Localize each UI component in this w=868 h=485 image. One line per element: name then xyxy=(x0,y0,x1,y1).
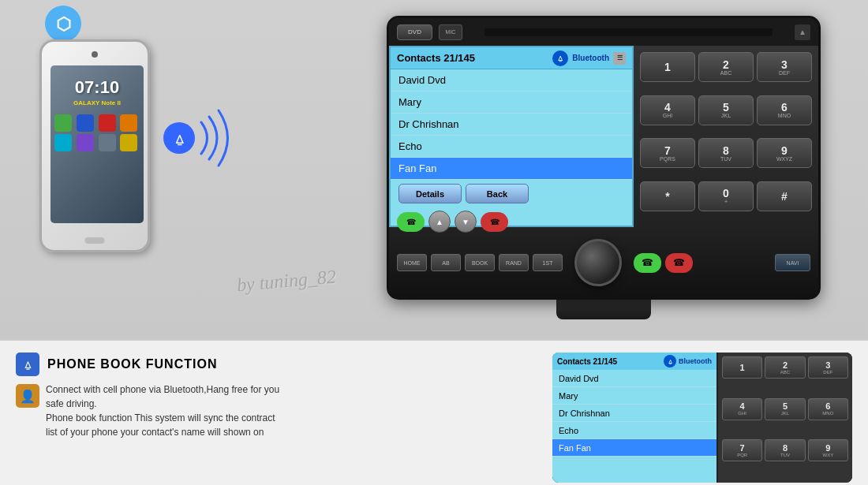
contact-mary[interactable]: Mary xyxy=(391,91,632,114)
key-4[interactable]: 4GHI xyxy=(640,95,695,125)
key-hash[interactable]: # xyxy=(757,181,812,211)
phonebook-text-line3: Phone book function This system will syn… xyxy=(46,411,279,425)
unit-stand xyxy=(556,300,651,319)
svg-text:⬡: ⬡ xyxy=(56,14,71,34)
unit-bottom-controls: HOME AB BOOK RAND 1ST ☎ ☎ NAVI xyxy=(389,227,818,298)
unit-screen-area: Contacts 21/145 ⍙ Bluetooth ☰ David Dvd … xyxy=(389,46,818,227)
call-accept-ctrl[interactable]: ☎ xyxy=(634,253,661,273)
svg-text:⍙: ⍙ xyxy=(175,131,184,147)
details-button[interactable]: Details xyxy=(398,184,462,203)
key-2[interactable]: 2ABC xyxy=(698,52,754,82)
rand-ctrl-button[interactable]: RAND xyxy=(499,254,529,271)
contact-david[interactable]: David Dvd xyxy=(391,69,632,91)
phone-time: 07:10 xyxy=(75,77,119,98)
book-ctrl-button[interactable]: BOOK xyxy=(465,254,495,271)
phonebook-text-line1: Connect with cell phone via Bluetooth,Ha… xyxy=(46,382,279,397)
mini-unit-display: Contacts 21/145 ⍙ Bluetooth David Dvd Ma… xyxy=(552,353,852,483)
bluetooth-signal-area: ⍙ xyxy=(162,103,256,177)
mini-keypad: 1 2ABC 3DEF 4GHI 5JKL 6MNO 7PQR 8TUV 9WX… xyxy=(718,353,852,483)
key-3[interactable]: 3DEF xyxy=(757,52,812,82)
call-buttons-row: ☎ ▲ ▼ ☎ xyxy=(391,207,632,236)
mini-key-5[interactable]: 5JKL xyxy=(765,398,805,420)
back-button[interactable]: Back xyxy=(466,184,529,203)
phonebook-title: PHONE BOOK FUNCTION xyxy=(47,357,217,371)
mini-key-7[interactable]: 7PQR xyxy=(722,439,762,461)
mic-indicator: MIC xyxy=(439,24,462,40)
phone-home-button[interactable] xyxy=(85,237,105,244)
contact-fan-fan[interactable]: Fan Fan xyxy=(391,158,632,180)
phone-image: 07:10 GALAXY Note II xyxy=(39,39,162,268)
phone-screen: 07:10 GALAXY Note II xyxy=(51,65,144,223)
mini-bluetooth-label: Bluetooth xyxy=(679,357,712,365)
key-7[interactable]: 7PQRS xyxy=(640,138,695,168)
contacts-screen: Contacts 21/145 ⍙ Bluetooth ☰ David Dvd … xyxy=(389,46,634,227)
mini-unit: Contacts 21/145 ⍙ Bluetooth David Dvd Ma… xyxy=(552,353,852,483)
mini-contact-mary[interactable]: Mary xyxy=(552,387,716,405)
disc-slot xyxy=(485,28,773,36)
mini-contact-fan-fan[interactable]: Fan Fan xyxy=(552,439,716,457)
key-8[interactable]: 8TUV xyxy=(698,138,754,168)
mini-contacts-title: Contacts 21/145 xyxy=(557,357,617,366)
mini-contact-david[interactable]: David Dvd xyxy=(552,370,716,387)
bluetooth-icon-bottom: ⍙ xyxy=(16,353,39,376)
person-icon: 👤 xyxy=(16,384,39,408)
mini-key-6[interactable]: 6MNO xyxy=(808,398,848,420)
mini-key-3[interactable]: 3DEF xyxy=(808,356,848,379)
phonebook-description: ⍙ PHONE BOOK FUNCTION 👤 Connect with cel… xyxy=(16,353,537,439)
settings-icon[interactable]: ☰ xyxy=(613,52,626,65)
app-icon-messages xyxy=(77,114,94,132)
app-icon-camera xyxy=(99,114,116,132)
app-icon-music xyxy=(77,134,94,151)
mini-key-4[interactable]: 4GHI xyxy=(722,398,762,420)
contacts-header: Contacts 21/145 ⍙ Bluetooth ☰ xyxy=(391,47,632,69)
bluetooth-icon-screen: ⍙ xyxy=(552,50,568,66)
mini-contact-echo[interactable]: Echo xyxy=(552,422,716,439)
mini-contacts-screen: Contacts 21/145 ⍙ Bluetooth David Dvd Ma… xyxy=(552,353,718,483)
phonebook-header: ⍙ PHONE BOOK FUNCTION xyxy=(16,353,537,376)
phone-brand: GALAXY Note II xyxy=(73,99,121,106)
contacts-title: Contacts 21/145 xyxy=(397,52,475,64)
app-icon-browser xyxy=(54,134,72,151)
watermark: by tuning_82 xyxy=(236,267,337,297)
mini-contact-dr-chrishnan[interactable]: Dr Chrishnan xyxy=(552,405,716,422)
call-accept-button[interactable]: ☎ xyxy=(397,212,425,232)
phonebook-text-line4: list of your phone your contact's name w… xyxy=(46,425,279,439)
contact-action-buttons: Details Back xyxy=(391,180,632,207)
jog-dial[interactable] xyxy=(574,239,622,286)
key-star[interactable]: * xyxy=(640,181,695,211)
nav-down-button[interactable]: ▼ xyxy=(455,211,477,233)
key-6[interactable]: 6MNO xyxy=(757,95,812,125)
1st-ctrl-button[interactable]: 1ST xyxy=(533,254,563,271)
app-icon-maps xyxy=(120,134,137,151)
key-0[interactable]: 0+ xyxy=(698,181,754,211)
nav-up-button[interactable]: ▲ xyxy=(428,211,451,233)
navi-button[interactable]: NAVI xyxy=(775,254,810,271)
dvd-button[interactable]: DVD xyxy=(397,24,432,40)
mini-key-8[interactable]: 8TUV xyxy=(765,439,805,461)
phonebook-text-line2: safe driving. xyxy=(46,397,279,411)
mini-key-2[interactable]: 2ABC xyxy=(765,356,805,379)
app-icon-email xyxy=(99,134,116,151)
bluetooth-label: Bluetooth xyxy=(572,54,609,62)
key-1[interactable]: 1 xyxy=(640,52,695,82)
mini-bluetooth-icon: ⍙ xyxy=(664,355,676,367)
mini-contacts-header: Contacts 21/145 ⍙ Bluetooth xyxy=(552,353,716,370)
app-icon-settings xyxy=(120,114,137,132)
mini-key-9[interactable]: 9WXY xyxy=(808,439,848,461)
car-head-unit: DVD MIC ▲ Contacts 21/145 ⍙ Bluetooth ☰ xyxy=(387,16,821,323)
ab-ctrl-button[interactable]: AB xyxy=(431,254,461,271)
phone-camera xyxy=(92,51,98,58)
key-5[interactable]: 5JKL xyxy=(698,95,754,125)
unit-top-bar: DVD MIC ▲ xyxy=(389,18,818,46)
eject-button[interactable]: ▲ xyxy=(795,24,810,40)
bottom-section: ⍙ PHONE BOOK FUNCTION 👤 Connect with cel… xyxy=(0,339,868,485)
contact-dr-chrishnan[interactable]: Dr Chrishnan xyxy=(391,114,632,136)
keypad: 1 2ABC 3DEF 4GHI 5JKL 6MNO 7PQRS 8TUV 9W… xyxy=(634,46,818,227)
contact-echo[interactable]: Echo xyxy=(391,136,632,158)
key-9[interactable]: 9WXYZ xyxy=(757,138,812,168)
top-section: ⬡ 07:10 GALAXY Note II xyxy=(0,0,868,339)
call-end-ctrl[interactable]: ☎ xyxy=(665,253,693,273)
call-end-button[interactable]: ☎ xyxy=(481,212,508,232)
home-ctrl-button[interactable]: HOME xyxy=(397,254,427,271)
mini-key-1[interactable]: 1 xyxy=(722,356,762,379)
